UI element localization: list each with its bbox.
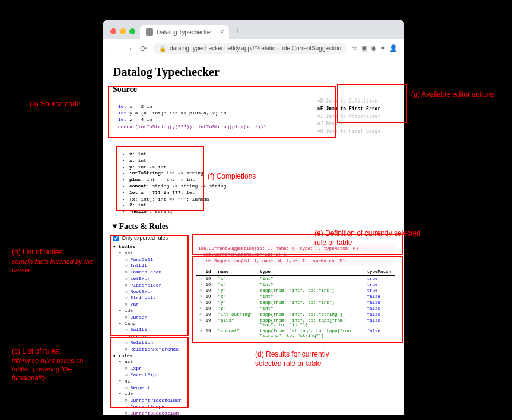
- tree-item[interactable]: ○ Builtin: [113, 327, 190, 333]
- tree-group[interactable]: ▾ ast: [113, 250, 190, 257]
- tree-item[interactable]: ○ Placeholder: [113, 282, 190, 289]
- annotation-g: (g) Available editor actions: [411, 90, 500, 100]
- table-row[interactable]: >19"plus"tapp{from: "int", to: tapp{from…: [196, 317, 395, 328]
- table-row[interactable]: >19"y"tapp{from: "int", to: "int"}true: [196, 288, 395, 294]
- url-bar: ← → ⟳ 🔒 datalog-typechecker.netlify.app/…: [103, 39, 404, 58]
- table-row[interactable]: >19"intToString"tapp{from: "int", to: "s…: [196, 311, 395, 317]
- star-icon[interactable]: ☆: [352, 44, 358, 52]
- annotation-c: (c) List of rules: inference rules based…: [12, 347, 104, 381]
- tree-item[interactable]: ○ Expr: [113, 365, 190, 372]
- close-window-icon[interactable]: [110, 28, 116, 34]
- source-code-editor[interactable]: let x = 2 in let y = (a: int): int => pl…: [113, 98, 311, 145]
- completion-item[interactable]: concat: string -> string -> string: [129, 183, 395, 190]
- editor-action[interactable]: ⌘J Rename: [317, 120, 395, 128]
- tree-rules[interactable]: ▾ rules: [113, 353, 190, 359]
- tree-item[interactable]: ○ RootExpr: [113, 289, 190, 295]
- src-line-1: x = 2 in: [126, 104, 152, 109]
- table-row[interactable]: >19"y"tapp{from: "int", to: "int"}false: [196, 300, 395, 306]
- tree-item[interactable]: ○ ParentExpr: [113, 372, 190, 378]
- table-row[interactable]: >19"x""int"true: [196, 276, 395, 282]
- completion-item[interactable]: "hello": string: [129, 209, 395, 215]
- extension-icon[interactable]: ▣: [361, 44, 367, 52]
- tree-group[interactable]: ▾ ide: [113, 391, 190, 397]
- completion-item[interactable]: let x = ??? in ???: let: [129, 190, 395, 196]
- tree-item[interactable]: ○ Segment: [113, 385, 190, 392]
- browser-tab[interactable]: Datalog Typechecker ×: [140, 25, 229, 39]
- annotation-b-title: (b) List of tables:: [12, 248, 101, 257]
- src-line-3: z = 4 in: [126, 117, 152, 122]
- tree-panel: ▾ tables▾ ast○ FuncCall○ IntLit○ LambdaP…: [113, 244, 190, 415]
- tree-item[interactable]: ○ CurrentSuggestion: [113, 411, 190, 415]
- src-line-2: y = (a: int): int => plus(a, 2) in: [126, 110, 226, 116]
- editor-action[interactable]: ⌘E Jump to First Error: [317, 106, 395, 113]
- tree-item[interactable]: ○ LambdaParam: [113, 269, 190, 276]
- annotation-b: (b) List of tables: contain facts insert…: [12, 248, 101, 274]
- completion-item[interactable]: intToString: int -> string: [129, 170, 395, 177]
- table-row[interactable]: >19"x""int"false: [196, 294, 395, 300]
- annotation-b-sub: contain facts inserted by the parser: [12, 257, 101, 275]
- results-table: idnametypetypeMatch>19"x""int"true>19"x"…: [196, 268, 395, 339]
- only-exported-checkbox[interactable]: [113, 235, 119, 241]
- tree-group[interactable]: ▾ hl: [113, 378, 190, 385]
- completion-item[interactable]: plus: int -> int -> int: [129, 177, 395, 183]
- toolbar-icons: ☆ ▣ ◉ ✦ 👤 ⋮: [352, 44, 404, 52]
- tree-item[interactable]: ○ Relation: [113, 340, 190, 346]
- tree-group[interactable]: ▾ internal: [113, 333, 190, 340]
- tree-item[interactable]: ○ CurrentPlaceholder: [113, 397, 190, 404]
- tree-group[interactable]: ▾ ide: [113, 308, 190, 314]
- completion-item[interactable]: 2: int: [129, 202, 395, 209]
- tree-item[interactable]: ○ StringLit: [113, 295, 190, 301]
- tree-group[interactable]: ▾ ast: [113, 359, 190, 365]
- tree-item[interactable]: ○ Cursor: [113, 314, 190, 321]
- table-row[interactable]: >19"x""int"true: [196, 282, 395, 288]
- tab-favicon: [146, 28, 153, 36]
- tree-item[interactable]: ○ RelationReference: [113, 346, 190, 353]
- editor-action[interactable]: ⌘B Jump to Definition: [317, 98, 395, 106]
- extension-icon-2[interactable]: ◉: [371, 44, 377, 52]
- back-button[interactable]: ←: [108, 43, 119, 55]
- url-input-wrap[interactable]: 🔒 datalog-typechecker.netlify.app/#?rela…: [153, 43, 347, 54]
- minimize-window-icon[interactable]: [120, 28, 126, 34]
- only-exported-label: Only exported rules: [122, 235, 168, 241]
- profile-icon[interactable]: 👤: [389, 44, 397, 52]
- tree-item[interactable]: ○ Var: [113, 301, 190, 308]
- tree-tables[interactable]: ▾ tables: [113, 244, 190, 250]
- completion-item[interactable]: (x: int): int => ???: lambda: [129, 196, 395, 203]
- tree-item[interactable]: ○ LetExpr: [113, 276, 190, 282]
- maximize-window-icon[interactable]: [129, 28, 135, 34]
- forward-button[interactable]: →: [123, 43, 134, 55]
- table-row[interactable]: >19"z""int"false: [196, 306, 395, 311]
- table-row[interactable]: >19"concat"tapp{from: "string", to: tapp…: [196, 328, 395, 339]
- kw: let: [118, 110, 126, 116]
- editor-action[interactable]: ⌘I Jump to Placeholder: [317, 113, 395, 121]
- menu-icon[interactable]: ⋮: [401, 44, 404, 52]
- completion-item[interactable]: y: int -> int: [129, 164, 395, 171]
- new-tab-button[interactable]: +: [229, 23, 246, 39]
- col-type: type: [256, 268, 363, 276]
- editor-actions: ⌘B Jump to Definition⌘E Jump to First Er…: [317, 98, 395, 145]
- completion-item[interactable]: x: int: [129, 151, 395, 158]
- annotation-c-sub: inference rules based on tables, powerin…: [12, 357, 104, 382]
- editor-action[interactable]: ⌘U Jump to First Usage: [317, 128, 395, 136]
- close-tab-icon[interactable]: ×: [220, 28, 224, 36]
- browser-window: Datalog Typechecker × + ← → ⟳ 🔒 datalog-…: [103, 20, 404, 415]
- traffic-lights: [108, 28, 140, 39]
- tree-item[interactable]: ○ IntLit: [113, 263, 190, 269]
- url-text: datalog-typechecker.netlify.app/#?relati…: [170, 45, 341, 52]
- reload-button[interactable]: ⟳: [139, 43, 148, 55]
- kw: let: [118, 117, 126, 122]
- tab-title: Datalog Typechecker: [157, 29, 212, 36]
- tree-item[interactable]: ○ CurrentScope: [113, 404, 190, 411]
- annotation-a: (a) Source code: [30, 100, 80, 109]
- source-heading: Source: [113, 85, 395, 94]
- tab-bar: Datalog Typechecker × +: [103, 20, 404, 39]
- completion-item[interactable]: x: int: [129, 158, 395, 164]
- annotation-e: (e) Definition of currently selected rul…: [314, 229, 421, 247]
- tree-group[interactable]: ▾ lang: [113, 321, 190, 327]
- puzzle-icon[interactable]: ✦: [380, 44, 386, 52]
- completions-list: x: intx: inty: int -> intintToString: in…: [122, 151, 395, 215]
- tree-item[interactable]: ○ FuncCall: [113, 257, 190, 263]
- col-typeMatch: typeMatch: [363, 268, 395, 276]
- kw: let: [118, 104, 126, 109]
- rule-panel: ide.CurrentSuggestion(id: I, name: N, ty…: [196, 244, 395, 415]
